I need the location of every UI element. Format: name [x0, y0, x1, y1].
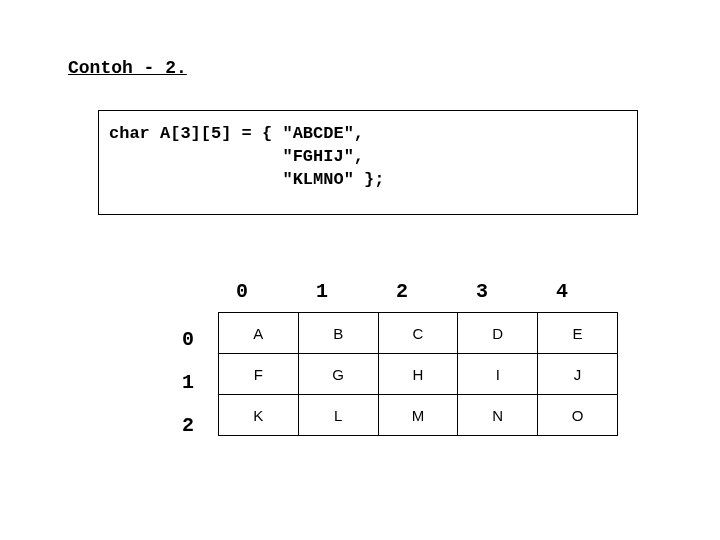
cell: J — [538, 354, 618, 395]
row-header: 1 — [182, 361, 194, 404]
code-block: char A[3][5] = { "ABCDE", "FGHIJ", "KLMN… — [98, 110, 638, 215]
cell: O — [538, 395, 618, 436]
array-grid: A B C D E F G H I J K L M N O — [218, 312, 618, 436]
cell: E — [538, 313, 618, 354]
row-header: 0 — [182, 318, 194, 361]
cell: K — [219, 395, 299, 436]
cell: N — [458, 395, 538, 436]
col-header: 0 — [218, 280, 298, 308]
code-line: "FGHIJ", — [109, 147, 364, 166]
cell: C — [378, 313, 458, 354]
code-line: "KLMNO" }; — [109, 170, 384, 189]
cell: G — [298, 354, 378, 395]
col-header: 4 — [538, 280, 618, 308]
cell: I — [458, 354, 538, 395]
row-headers: 0 1 2 — [182, 318, 194, 447]
cell: L — [298, 395, 378, 436]
array-diagram: 0 1 2 3 4 0 1 2 A B C D E F G H I J — [168, 280, 608, 436]
cell: H — [378, 354, 458, 395]
slide-title: Contoh - 2. — [68, 58, 187, 78]
cell: A — [219, 313, 299, 354]
col-header: 1 — [298, 280, 378, 308]
table-row: K L M N O — [219, 395, 618, 436]
table-row: F G H I J — [219, 354, 618, 395]
slide: Contoh - 2. char A[3][5] = { "ABCDE", "F… — [0, 0, 720, 540]
code-line: char A[3][5] = { "ABCDE", — [109, 124, 364, 143]
cell: M — [378, 395, 458, 436]
row-header: 2 — [182, 404, 194, 447]
table-row: A B C D E — [219, 313, 618, 354]
cell: D — [458, 313, 538, 354]
cell: B — [298, 313, 378, 354]
cell: F — [219, 354, 299, 395]
col-header: 3 — [458, 280, 538, 308]
column-headers: 0 1 2 3 4 — [218, 280, 618, 308]
col-header: 2 — [378, 280, 458, 308]
